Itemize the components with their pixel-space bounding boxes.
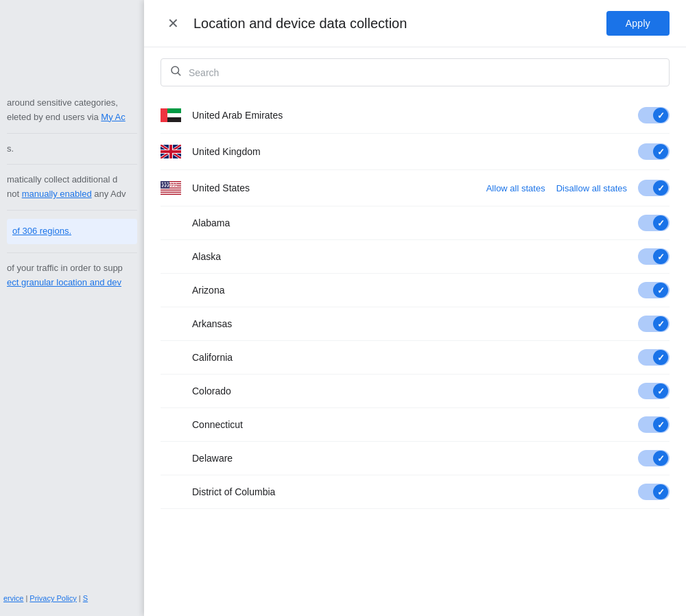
california-toggle[interactable]: ✓ (638, 349, 670, 366)
arkansas-toggle[interactable]: ✓ (638, 316, 670, 332)
state-name-alabama: Alabama (192, 217, 638, 228)
delaware-toggle-track: ✓ (638, 450, 670, 466)
alaska-toggle-thumb: ✓ (653, 249, 668, 264)
uae-checkmark: ✓ (657, 110, 665, 121)
uae-toggle-thumb: ✓ (653, 108, 668, 123)
state-row-alabama: Alabama ✓ (161, 206, 670, 240)
connecticut-toggle-track: ✓ (638, 416, 670, 433)
us-checkmark: ✓ (657, 183, 665, 193)
close-button[interactable]: ✕ (161, 11, 185, 36)
search-input[interactable] (189, 67, 661, 78)
connecticut-checkmark: ✓ (657, 420, 665, 430)
state-row-connecticut: Connecticut ✓ (161, 408, 670, 442)
alabama-toggle-track: ✓ (638, 215, 670, 231)
state-name-dc: District of Columbia (192, 486, 638, 497)
us-name: United States (192, 182, 486, 193)
svg-rect-5 (167, 117, 181, 122)
alabama-toggle-thumb: ✓ (653, 215, 668, 230)
uk-toggle[interactable]: ✓ (638, 143, 670, 160)
search-icon (169, 64, 182, 80)
alaska-checkmark: ✓ (657, 252, 665, 262)
state-name-delaware: Delaware (192, 453, 638, 464)
bg-link-3[interactable]: of 306 regions. (12, 226, 71, 236)
alaska-toggle[interactable]: ✓ (638, 248, 670, 265)
california-toggle-track: ✓ (638, 349, 670, 366)
california-checkmark: ✓ (657, 353, 665, 363)
arizona-toggle-track: ✓ (638, 282, 670, 298)
state-name-arkansas: Arkansas (192, 318, 638, 329)
arkansas-toggle-thumb: ✓ (653, 316, 668, 331)
colorado-checkmark: ✓ (657, 386, 665, 396)
disallow-all-states-button[interactable]: Disallow all states (556, 183, 627, 193)
svg-text:★★★★★★: ★★★★★★ (161, 182, 178, 185)
modal-panel: ✕ Location and device data collection Ap… (144, 0, 686, 616)
svg-line-1 (178, 73, 180, 75)
bg-highlight: of 306 regions. (7, 219, 137, 244)
uae-flag (161, 108, 181, 122)
state-row-colorado: Colorado ✓ (161, 375, 670, 408)
bg-footer-link-3[interactable]: S (83, 594, 88, 602)
uk-flag (161, 145, 181, 158)
bg-text-2: eleted by end users via My Ac (7, 110, 137, 125)
state-row-delaware: Delaware ✓ (161, 442, 670, 475)
bg-divider-3 (7, 210, 137, 211)
bg-text-3: s. (7, 142, 137, 156)
uk-checkmark: ✓ (657, 147, 665, 157)
uae-toggle[interactable]: ✓ (638, 107, 670, 123)
country-row-uk: United Kingdom ✓ (161, 134, 670, 170)
svg-rect-12 (161, 191, 181, 192)
california-toggle-thumb: ✓ (653, 350, 668, 365)
arizona-checkmark: ✓ (657, 285, 665, 296)
state-row-arizona: Arizona ✓ (161, 274, 670, 307)
colorado-toggle[interactable]: ✓ (638, 383, 670, 399)
delaware-toggle-thumb: ✓ (653, 451, 668, 466)
uae-toggle-track: ✓ (638, 107, 670, 123)
country-row-uae: United Arab Emirates ✓ (161, 97, 670, 134)
arkansas-checkmark: ✓ (657, 319, 665, 329)
uae-name: United Arab Emirates (192, 110, 638, 121)
bg-text-5: not manually enabled any Adv (7, 187, 137, 202)
bg-divider-1 (7, 133, 137, 134)
state-row-arkansas: Arkansas ✓ (161, 307, 670, 341)
delaware-checkmark: ✓ (657, 453, 665, 464)
bg-footer-link-1[interactable]: ervice (3, 594, 23, 602)
dc-toggle-thumb: ✓ (653, 484, 668, 499)
bg-footer-link-2[interactable]: Privacy Policy (29, 594, 76, 602)
dc-toggle-track: ✓ (638, 484, 670, 500)
svg-rect-3 (167, 108, 181, 113)
bg-link-1[interactable]: My Ac (101, 112, 125, 122)
background-panel: around sensitive categories, eleted by e… (0, 0, 144, 616)
svg-rect-4 (167, 113, 181, 117)
state-row-alaska: Alaska ✓ (161, 240, 670, 274)
state-row-california: California ✓ (161, 341, 670, 375)
modal-header: ✕ Location and device data collection Ap… (144, 0, 686, 47)
uk-toggle-track: ✓ (638, 143, 670, 160)
svg-point-0 (172, 67, 179, 74)
alabama-checkmark: ✓ (657, 218, 665, 228)
countries-list: United Arab Emirates ✓ (144, 97, 686, 616)
search-box (161, 58, 670, 86)
dc-toggle[interactable]: ✓ (638, 484, 670, 500)
bg-text-1: around sensitive categories, (7, 96, 137, 110)
arizona-toggle[interactable]: ✓ (638, 282, 670, 298)
alabama-toggle[interactable]: ✓ (638, 215, 670, 231)
country-row-us: ★★★★★★ ★★★★★ ★★★★★★ United States Allow … (161, 170, 670, 206)
bg-link-2[interactable]: manually enabled (22, 189, 92, 199)
apply-button[interactable]: Apply (606, 11, 670, 36)
colorado-toggle-thumb: ✓ (653, 383, 668, 399)
us-toggle-track: ✓ (638, 180, 670, 196)
connecticut-toggle[interactable]: ✓ (638, 416, 670, 433)
svg-rect-13 (161, 193, 181, 194)
search-container (144, 47, 686, 97)
close-icon: ✕ (167, 15, 179, 32)
allow-all-states-button[interactable]: Allow all states (486, 183, 545, 193)
bg-link-4[interactable]: ect granular location and dev (7, 277, 121, 287)
uk-name: United Kingdom (192, 146, 638, 157)
us-flag: ★★★★★★ ★★★★★ ★★★★★★ (161, 181, 181, 195)
state-name-colorado: Colorado (192, 386, 638, 396)
delaware-toggle[interactable]: ✓ (638, 450, 670, 466)
us-toggle[interactable]: ✓ (638, 180, 670, 196)
arkansas-toggle-track: ✓ (638, 316, 670, 332)
bg-text-7: of your traffic in order to supp (7, 261, 137, 276)
colorado-toggle-track: ✓ (638, 383, 670, 399)
